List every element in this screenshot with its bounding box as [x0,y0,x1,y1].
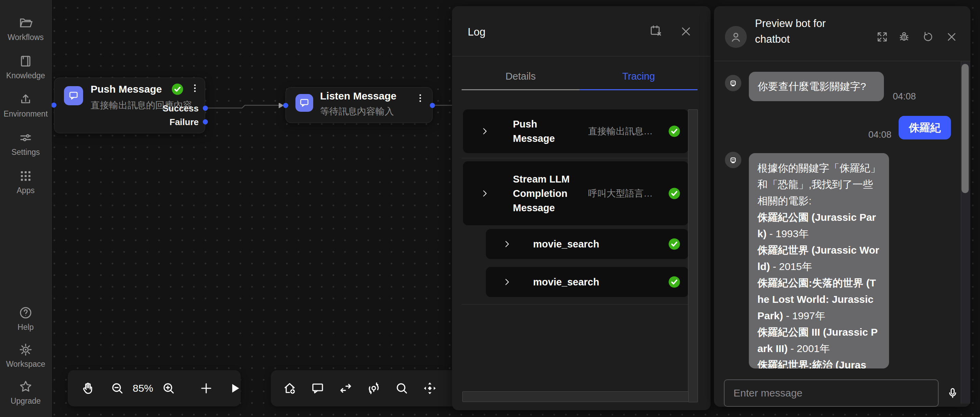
sidebar-item-label: Apps [17,186,35,195]
tab-tracing[interactable]: Tracing [579,63,698,90]
sidebar-bottom-group: Help Workspace Upgrade [0,306,51,405]
node-subtitle: 等待訊息內容輸入 [320,105,394,117]
star-icon [19,379,33,394]
canvas-zoom-toolbar: 85% [68,370,241,406]
trace-row-push-message[interactable]: Push Message 直接輸出訊息… [463,109,688,153]
chevron-right-icon[interactable] [480,189,489,198]
divider [461,304,698,304]
input-port[interactable] [283,103,288,108]
sidebar-item-label: Knowledge [6,71,45,80]
app: Workflows Knowledge Environment Settings… [0,0,980,417]
search-icon[interactable] [395,381,409,395]
chevron-right-icon[interactable] [480,127,489,136]
trace-row-movie-search[interactable]: movie_search [486,229,688,259]
sidebar-item-environment[interactable]: Environment [3,92,48,118]
gear-icon [19,342,33,357]
sidebar-item-workspace[interactable]: Workspace [6,342,46,368]
idea-refresh-icon[interactable] [367,381,381,395]
sidebar-item-workflows[interactable]: Workflows [8,16,44,42]
message-bubble-icon [64,86,83,105]
message-timestamp: 04:08 [893,91,916,102]
input-port[interactable] [51,103,56,108]
chevron-right-icon[interactable] [502,277,512,287]
bug-icon[interactable] [898,31,910,43]
sliders-icon [19,130,33,145]
trace-row-name: movie_search [533,237,629,251]
close-icon[interactable] [679,25,692,38]
scrollbar-thumb[interactable] [961,64,969,193]
node-menu-icon[interactable] [190,83,200,95]
chat-icon[interactable] [310,381,325,395]
book-icon [19,54,33,68]
node-push-message[interactable]: Push Message 直接輸出訊息的回應內容 Success Failure [54,78,205,133]
vertical-scrollbar[interactable] [688,109,698,402]
trace-row-stream-llm[interactable]: Stream LLM Completion Message 呼叫大型語言… [463,161,688,225]
fit-view-icon[interactable] [423,381,437,395]
sidebar-item-help[interactable]: Help [18,306,33,331]
avatar [725,26,747,48]
tab-details[interactable]: Details [461,63,579,90]
output-label-failure: Failure [170,117,199,127]
success-check-icon [171,83,184,95]
pan-hand-icon[interactable] [81,381,95,395]
bot-message-bubble: 你要查什麼電影關鍵字? [749,72,884,101]
node-listen-message[interactable]: Listen Message 等待訊息內容輸入 [286,87,433,123]
expand-icon[interactable] [876,31,888,43]
sidebar-item-apps[interactable]: Apps [17,169,35,195]
chevron-right-icon[interactable] [502,239,512,249]
sidebar-item-upgrade[interactable]: Upgrade [11,379,41,405]
close-icon[interactable] [945,31,958,43]
log-panel-title: Log [468,26,485,38]
sidebar-item-knowledge[interactable]: Knowledge [6,54,45,80]
bot-avatar-icon [725,75,741,91]
home-add-icon[interactable] [282,381,297,395]
calendar-clear-icon[interactable] [649,24,662,37]
output-port-success[interactable] [203,106,208,111]
canvas-tools-toolbar [271,370,473,406]
horizontal-scrollbar[interactable] [462,392,689,402]
zoom-in-icon[interactable] [161,381,176,395]
sidebar-item-settings[interactable]: Settings [11,130,40,157]
node-menu-icon[interactable] [415,93,425,105]
zoom-out-icon[interactable] [110,381,124,395]
output-port[interactable] [430,103,435,108]
swap-arrows-icon[interactable] [339,381,353,395]
sidebar-item-label: Workspace [6,360,46,368]
trace-row-name: Stream LLM Completion Message [513,172,579,215]
zoom-level: 85% [133,382,153,394]
sidebar-item-label: Workflows [8,33,44,42]
log-panel: Log Details Tracing Push Message 直接輸出訊息… [452,6,711,410]
sidebar-top-group: Workflows Knowledge Environment Settings… [0,16,51,195]
message-input[interactable] [724,379,939,407]
trace-row-name: movie_search [533,275,629,289]
trace-row-name: Push Message [513,117,579,146]
trace-row-desc: 直接輸出訊息… [588,125,653,137]
bot-message-bubble: 根據你的關鍵字「侏羅紀」和「恐龍」,我找到了一些相關的電影: 侏羅紀公園 (Ju… [749,153,889,368]
grid-icon [19,169,33,183]
run-workflow-icon[interactable] [228,381,242,395]
preview-bot-panel: Preview bot for chatbot 你要查什麼電影關鍵字? 04:0… [714,6,970,407]
sidebar-item-label: Help [18,323,33,331]
add-node-icon[interactable] [199,381,213,395]
divider [461,158,698,158]
folder-icon [19,16,33,30]
microphone-icon[interactable] [946,386,959,400]
trace-row-movie-search[interactable]: movie_search [486,267,688,297]
refresh-icon[interactable] [922,31,934,43]
output-label-success: Success [162,103,199,114]
log-tabs: Details Tracing [461,63,698,90]
success-check-icon [668,238,681,250]
output-port-failure[interactable] [203,119,208,124]
success-check-icon [668,187,681,200]
edge-arrowhead [279,103,282,108]
node-title: Listen Message [320,90,396,102]
success-check-icon [668,276,681,288]
help-circle-icon [19,306,33,320]
success-check-icon [668,125,681,137]
message-timestamp: 04:08 [868,130,891,140]
trace-row-desc: 呼叫大型語言… [588,187,653,200]
sidebar-item-label: Environment [3,109,48,118]
bot-avatar-icon [725,152,741,168]
sidebar-item-label: Upgrade [11,396,41,405]
node-title: Push Message [91,83,162,95]
